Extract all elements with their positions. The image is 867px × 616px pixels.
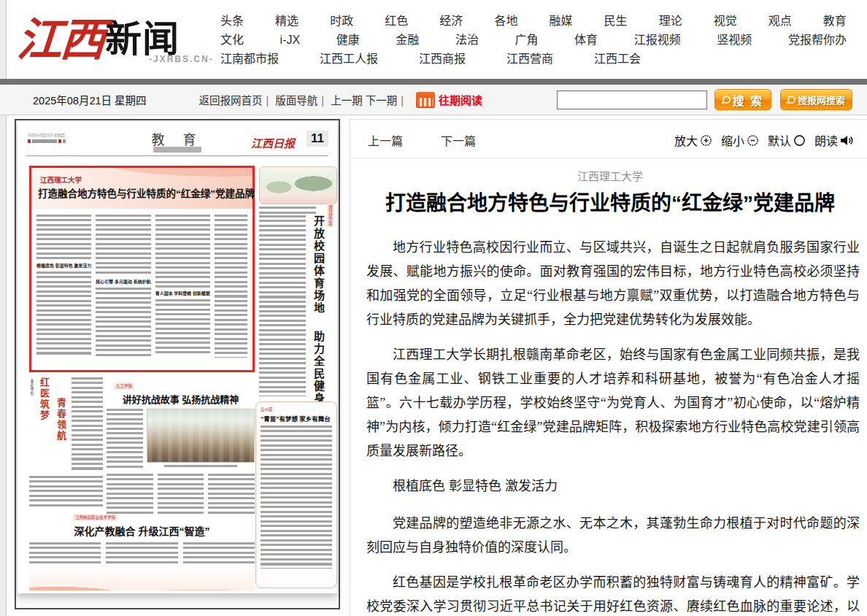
nav-link-headlines[interactable]: 头条 xyxy=(220,12,244,31)
nav-link-sports[interactable]: 体育 xyxy=(574,31,598,50)
highlight-kicker: 江西理工大学 xyxy=(40,174,82,185)
zoom-out-icon xyxy=(747,134,759,147)
separator: | xyxy=(266,95,269,107)
site-search-button[interactable]: 搜报网搜索 xyxy=(780,89,852,110)
campus-illustration xyxy=(259,166,337,204)
page-navigation-link[interactable]: 版面导航 xyxy=(275,95,317,107)
nav-link-health[interactable]: 健康 xyxy=(336,31,360,50)
conference-photo xyxy=(147,409,255,463)
school-tag: 江西制造职业技术学院 xyxy=(73,514,117,521)
highlighted-article-region[interactable]: 江西理工大学 打造融合地方特色与行业特质的“红金绿”党建品牌 根植底色 彰显特色… xyxy=(29,166,255,372)
school-tag: 南昌医学院 xyxy=(29,379,34,472)
nav-link-vertical-video[interactable]: 竖视频 xyxy=(717,31,752,50)
decorative-wave-footer xyxy=(29,566,255,590)
nav-link-jnds-paper[interactable]: 江南都市报 xyxy=(220,50,279,69)
article-toolbar: 上一篇 下一篇 放大 缩小 默认 朗读 xyxy=(366,128,854,152)
micro-text-column: 根植底色 彰显特色 激发活力 xyxy=(36,215,91,366)
nav-link-video[interactable]: 江报视频 xyxy=(634,31,681,50)
separator: | xyxy=(321,95,324,107)
search-button[interactable]: 搜 索 xyxy=(714,89,771,110)
search-icon xyxy=(722,96,731,104)
newspaper-preview-panel: 2025年8月21日 星期四 教 育 江西日报 11 江西理工大学 打造融合地方… xyxy=(15,119,340,609)
vertical-headline-sports-ground: 开放校园体育场地 助力全民健身 xyxy=(311,215,326,409)
nav-link-theory[interactable]: 理论 xyxy=(659,12,682,31)
nav-link-livelihood[interactable]: 民生 xyxy=(604,12,628,31)
search-button-label: 搜 索 xyxy=(733,91,763,109)
nav-row-3: 江南都市报 江西工人报 江西商报 江西营商 江西工会 xyxy=(220,50,847,69)
nav-link-yingshang[interactable]: 江西营商 xyxy=(506,50,553,69)
next-issue-link[interactable]: 下一期 xyxy=(366,95,398,107)
vertical-red-headline-1: 红医筑梦 xyxy=(37,377,51,472)
micro-text-column xyxy=(72,377,103,472)
previous-issue-link[interactable]: 上一期 xyxy=(331,95,363,107)
site-logo[interactable]: 江西新闻 -JXRBS.CN- xyxy=(18,3,180,69)
nav-link-featured[interactable]: 精选 xyxy=(275,12,298,31)
previous-article-link[interactable]: 上一篇 xyxy=(368,131,403,149)
toolbar-links: 返回报网首页| 版面导航| 上一期 下一期| xyxy=(199,92,407,107)
article-headline: 讲好抗战故事 弘扬抗战精神 xyxy=(107,392,255,406)
newspaper-page: 2025年8月21日 星期四 教 育 江西日报 11 江西理工大学 打造融合地方… xyxy=(18,120,337,593)
article-title: 打造融合地方特色与行业特质的“红金绿”党建品牌 xyxy=(369,189,851,218)
micro-text-column: 育人固本 学科登峰 创新赋能 xyxy=(155,215,210,366)
nav-link-politics[interactable]: 时政 xyxy=(330,12,353,31)
paper-editor-chip xyxy=(153,147,201,153)
micro-subhead: 育人固本 学科登峰 创新赋能 xyxy=(155,290,210,297)
nav-row-1: 头条 精选 时政 红色 经济 各地 融媒 民生 理论 视觉 观点 教育 xyxy=(220,12,847,31)
nav-link-workers-paper[interactable]: 江西工人报 xyxy=(320,50,378,69)
zoom-out-control[interactable]: 缩小 xyxy=(721,131,759,149)
nav-link-wideangle[interactable]: 广角 xyxy=(515,31,539,50)
highlight-columns: 根植底色 彰显特色 激发活力 核心引擎 多元驱动 系统护航 育人固本 学科登峰 … xyxy=(31,215,253,366)
article-subhead: 根植底色 彰显特色 激发活力 xyxy=(366,474,860,498)
micro-text-column: 核心引擎 多元驱动 系统护航 xyxy=(96,215,150,366)
micro-subhead: 核心引擎 多元驱动 系统护航 xyxy=(96,278,150,285)
nav-link-finance[interactable]: 金融 xyxy=(396,31,419,50)
read-aloud-icon xyxy=(840,134,854,147)
vertical-red-headline-2: 青春领航 xyxy=(54,398,68,472)
nav-link-union[interactable]: 江西工会 xyxy=(594,50,641,69)
toolbar: 2025年08月21日 星期四 返回报网首页| 版面导航| 上一期 下一期| 往… xyxy=(0,85,867,115)
article-body: 地方行业特色高校因行业而立、与区域共兴，自诞生之日起就肩负服务国家行业发展、赋能… xyxy=(366,236,860,616)
article-paragraph: 红色基因是学校扎根革命老区办学而积蓄的独特财富与铸魂育人的精神富矿。学校党委深入… xyxy=(366,571,860,616)
nav-link-education[interactable]: 教育 xyxy=(823,12,847,31)
search-input[interactable] xyxy=(557,91,707,109)
nav-link-business-paper[interactable]: 江西商报 xyxy=(419,50,466,69)
article-panel: 上一篇 下一篇 放大 缩小 默认 朗读 xyxy=(350,119,867,616)
nav-link-party-help[interactable]: 党报帮你办 xyxy=(788,31,847,50)
past-issues-link[interactable]: 往期阅读 xyxy=(439,92,482,107)
photo-caption-microtext xyxy=(164,465,237,469)
region-tag: 赣州经开区 xyxy=(327,204,334,227)
back-to-epaper-home-link[interactable]: 返回报网首页 xyxy=(199,95,263,107)
nav-link-visual[interactable]: 视觉 xyxy=(714,12,737,31)
highlight-headline: 打造融合地方特色与行业特质的“红金绿”党建品牌 xyxy=(38,185,255,200)
micro-text-block xyxy=(29,476,103,507)
site-search-button-label: 搜报网搜索 xyxy=(798,93,845,107)
next-article-link[interactable]: 下一篇 xyxy=(441,131,476,149)
nav-link-law[interactable]: 法治 xyxy=(455,31,479,50)
nav-link-regions[interactable]: 各地 xyxy=(494,12,517,31)
calendar-icon[interactable] xyxy=(416,92,435,108)
page: 江西新闻 -JXRBS.CN- 头条 精选 时政 红色 经济 各地 融媒 民生 … xyxy=(0,0,867,616)
read-aloud-label: 朗读 xyxy=(814,131,838,149)
smart-manufacturing-article: 江西制造职业技术学院 深化产教融合 升级江西“智造” xyxy=(29,509,255,563)
school-tag: 九江学院 xyxy=(114,382,134,390)
illustration-caption-microtext xyxy=(259,207,316,214)
qingmiao-article-card: 袁州区 “青苗”有梦想 家乡有舞台 xyxy=(255,401,337,588)
paper-rule xyxy=(26,155,328,156)
zoom-in-control[interactable]: 放大 xyxy=(674,131,712,149)
default-size-control[interactable]: 默认 xyxy=(768,131,806,149)
nav-link-media[interactable]: 融媒 xyxy=(549,12,572,31)
paper-page-number: 11 xyxy=(307,131,328,147)
micro-text-column xyxy=(215,215,247,366)
read-aloud-control[interactable]: 朗读 xyxy=(814,131,854,149)
nav-link-economy[interactable]: 经济 xyxy=(439,12,463,31)
nav-link-opinion[interactable]: 观点 xyxy=(768,12,792,31)
separator: | xyxy=(401,95,404,107)
nav-link-red[interactable]: 红色 xyxy=(385,12,408,31)
nav-link-ijx[interactable]: i-JX xyxy=(280,31,301,50)
micro-text-block xyxy=(261,426,332,569)
logo-jiangxi-calligraphy: 江西 xyxy=(15,3,106,69)
article-headline: 深化产教融合 升级江西“智造” xyxy=(29,523,255,538)
war-stories-article: 九江学院 讲好抗战故事 弘扬抗战精神 xyxy=(107,377,255,507)
nav-link-culture[interactable]: 文化 xyxy=(220,31,244,50)
highlight-banner: 江西理工大学 打造融合地方特色与行业特质的“红金绿”党建品牌 xyxy=(31,168,253,209)
